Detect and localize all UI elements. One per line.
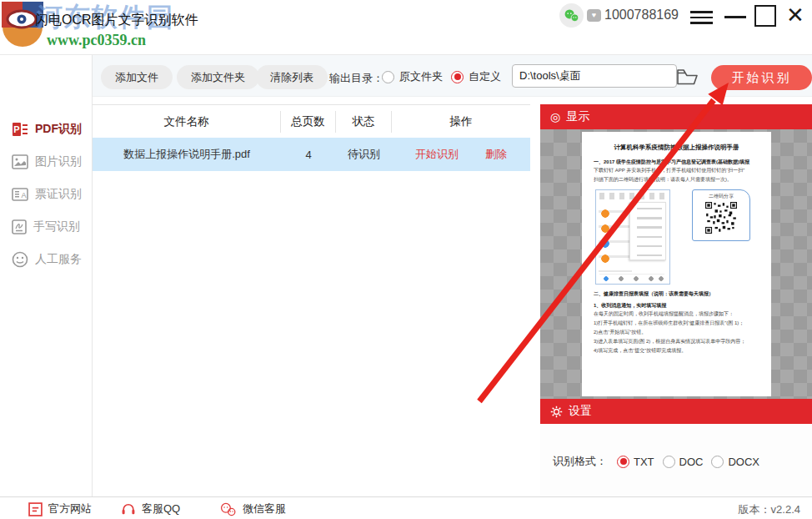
doc-heading-3: 1、收到消息通知，实时填写填报 xyxy=(594,301,759,310)
website-icon xyxy=(28,502,43,516)
qr-code-icon xyxy=(705,202,737,234)
doc-line: 在每天的固定时间，收到手机端填报提醒消息，填报步骤如下： xyxy=(594,310,759,319)
bottombar-label: 官方网站 xyxy=(48,501,92,516)
titlebar: 河东软件园 www.pc0359.cn 闪电OCR图片文字识别软件 ♥ 1000… xyxy=(0,0,812,55)
smiley-icon xyxy=(12,251,28,268)
doc-line: 3)进入表单填写页面(图 2)，根据自身真实情况填写表单中字段内容； xyxy=(594,337,759,346)
output-dir-label: 输出目录： xyxy=(329,71,383,86)
qr-label: 二维码分享 xyxy=(693,193,749,200)
display-panel-header: ◎ 显示 xyxy=(540,104,812,129)
close-button[interactable]: ✕ xyxy=(786,1,804,29)
radio-circle-icon xyxy=(711,456,724,468)
row-start-recognition-link[interactable]: 开始识别 xyxy=(415,147,459,162)
radio-custom[interactable]: 自定义 xyxy=(451,69,501,84)
format-row: 识别格式： TXT DOC DOCX xyxy=(553,454,759,469)
toolbar: 添加文件 添加文件夹 清除列表 输出目录： 原文件夹 自定义 开始识别 xyxy=(93,55,812,97)
headset-icon xyxy=(121,502,136,516)
bottombar: 官方网站 客服QQ 微信客服 版本：v2.2.4 xyxy=(0,496,812,519)
sidebar-item-ticket[interactable]: A 票证识别 xyxy=(0,182,92,207)
doc-figures: 二维码分享 xyxy=(595,189,759,285)
wechat-support-link[interactable]: 微信客服 xyxy=(219,501,286,516)
settings-panel-title: 设置 xyxy=(569,404,592,419)
file-name-cell: 数据上报操作说明手册.pdf xyxy=(93,147,281,162)
output-path-input[interactable] xyxy=(512,64,677,88)
column-header-pages: 总页数 xyxy=(281,111,336,133)
clear-list-button[interactable]: 清除列表 xyxy=(256,65,328,89)
sidebar-item-label: 票证识别 xyxy=(35,187,82,202)
radio-circle-icon xyxy=(451,71,464,83)
settings-body: 识别格式： TXT DOC DOCX xyxy=(540,424,812,496)
image-icon xyxy=(12,154,28,169)
doc-line: 下载钉钉 APP 并安装到手机上，打开手机端钉钉使用钉钉的“扫一扫” xyxy=(594,166,759,175)
svg-text:P: P xyxy=(13,124,19,134)
format-option-label: DOC xyxy=(679,456,704,468)
radio-original-label: 原文件夹 xyxy=(399,69,443,84)
radio-circle-icon xyxy=(663,456,675,468)
format-option-docx[interactable]: DOCX xyxy=(711,456,759,468)
sidebar: P PDF识别 图片识别 A 票证识别 手写识别 人工服务 xyxy=(0,55,93,496)
app-title: 闪电OCR图片文字识别软件 xyxy=(35,12,198,29)
version-label: 版本：v2.2.4 xyxy=(739,502,800,517)
eye-icon: ◎ xyxy=(550,111,560,123)
format-option-label: DOCX xyxy=(728,456,759,468)
official-website-link[interactable]: 官方网站 xyxy=(28,501,92,516)
sidebar-item-label: 人工服务 xyxy=(35,252,82,267)
column-header-operations: 操作 xyxy=(392,111,530,133)
svg-text:A: A xyxy=(21,191,26,199)
wechat-status-icon[interactable] xyxy=(559,3,584,28)
radio-original-folder[interactable]: 原文件夹 xyxy=(382,69,443,84)
menu-button[interactable] xyxy=(690,8,713,24)
operations-cell: 开始识别 删除 xyxy=(392,147,530,162)
ticket-icon: A xyxy=(12,188,28,201)
row-delete-link[interactable]: 删除 xyxy=(485,147,507,162)
wechat-icon xyxy=(564,8,579,23)
start-recognition-button[interactable]: 开始识别 xyxy=(711,65,812,90)
qq-support-link[interactable]: 客服QQ xyxy=(121,501,180,516)
format-option-txt[interactable]: TXT xyxy=(617,456,654,468)
gear-icon xyxy=(550,406,563,418)
radio-circle-icon xyxy=(382,71,394,83)
vip-badge-icon: ♥ xyxy=(587,9,601,22)
radio-circle-icon xyxy=(617,456,629,468)
sidebar-item-label: 图片识别 xyxy=(35,154,82,169)
phone-screenshot-mock xyxy=(595,189,670,285)
status-cell: 待识别 xyxy=(336,147,392,162)
format-option-doc[interactable]: DOC xyxy=(663,456,704,468)
doc-heading-1: 一、2017 级学生疫情防控与居家学习产信息登记调查表(基础数据)填报 xyxy=(594,158,759,166)
sidebar-item-image[interactable]: 图片识别 xyxy=(0,149,92,174)
preview-document: 计算机科学系疫情防控数据上报操作说明手册 一、2017 级学生疫情防控与居家学习… xyxy=(582,132,771,396)
column-header-filename: 文件名称 xyxy=(93,111,281,133)
sidebar-item-label: 手写识别 xyxy=(33,219,80,234)
sidebar-item-service[interactable]: 人工服务 xyxy=(0,247,92,272)
handwriting-icon xyxy=(12,219,27,234)
bottombar-label: 客服QQ xyxy=(142,501,180,516)
maximize-button[interactable] xyxy=(754,5,776,27)
sidebar-item-handwriting[interactable]: 手写识别 xyxy=(0,214,92,239)
table-row[interactable]: 数据上报操作说明手册.pdf 4 待识别 开始识别 删除 xyxy=(93,138,530,171)
radio-custom-label: 自定义 xyxy=(469,69,501,84)
browse-folder-icon[interactable] xyxy=(676,68,699,85)
doc-title: 计算机科学系疫情防控数据上报操作说明手册 xyxy=(594,144,759,152)
app-window: 河东软件园 www.pc0359.cn 闪电OCR图片文字识别软件 ♥ 1000… xyxy=(0,0,812,519)
doc-line: 4)填写完成，点击“提交”按钮即完成填报。 xyxy=(594,346,759,355)
column-header-status: 状态 xyxy=(336,111,392,133)
sidebar-item-label: PDF识别 xyxy=(35,122,82,137)
bottombar-label: 微信客服 xyxy=(243,501,286,516)
doc-heading-2: 二、健康排查日报表填报（说明：该表需要每天填报） xyxy=(594,290,759,298)
settings-panel-header: 设置 xyxy=(540,399,812,424)
minimize-button[interactable] xyxy=(724,16,746,18)
watermark-site-url: www.pc0359.cn xyxy=(47,32,146,49)
pdf-icon: P xyxy=(12,122,28,137)
wechat-outline-icon xyxy=(219,502,237,516)
account-id: 1000788169 xyxy=(604,8,679,23)
file-table-header: 文件名称 总页数 状态 操作 xyxy=(93,104,530,139)
format-label: 识别格式： xyxy=(553,454,607,469)
add-file-button[interactable]: 添加文件 xyxy=(101,65,173,89)
preview-area: 计算机科学系疫情防控数据上报操作说明手册 一、2017 级学生疫情防控与居家学习… xyxy=(540,129,812,399)
doc-line: 扫描下面的二维码进行填报(说明：请表每人只需要填报一次)。 xyxy=(594,175,759,184)
doc-line: 2)点击“开始填写”按钮。 xyxy=(594,328,759,337)
doc-line: 1)打开手机端钉钉，在所在班级师生群收到“健康排查日报表”(图 1)； xyxy=(594,319,759,328)
sidebar-item-pdf[interactable]: P PDF识别 xyxy=(0,117,92,142)
add-folder-button[interactable]: 添加文件夹 xyxy=(177,65,259,89)
page-count-cell: 4 xyxy=(281,149,336,161)
